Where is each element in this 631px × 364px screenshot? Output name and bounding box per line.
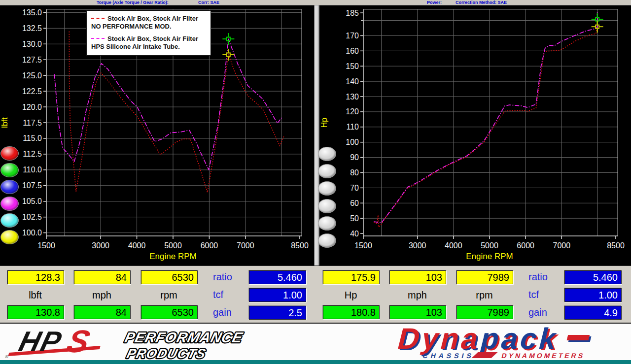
tcf-label-right: tcf — [528, 288, 539, 301]
power-live-rpm: 7989 — [456, 305, 513, 319]
power-peak-rpm: 7989 — [456, 270, 513, 284]
channel-button-red[interactable] — [0, 146, 19, 161]
gain-label-right: gain — [528, 306, 547, 319]
torque-peak-speed: 84 — [74, 270, 131, 284]
series-hps — [374, 12, 597, 223]
legend-stock-line1: Stock Air Box, Stock Air Filter — [107, 15, 198, 22]
y-tick-label: 135.0 — [22, 8, 42, 17]
y-tick-label: 60 — [350, 199, 359, 207]
hps-logo-hp: HP — [16, 326, 66, 357]
y-tick-label: 125.0 — [22, 71, 42, 80]
power-peak-speed: 103 — [389, 270, 446, 284]
x-tick-label: 3000 — [409, 241, 426, 250]
power-correction-label: Correction Method: SAE — [456, 0, 507, 5]
y-tick-label: 110 — [346, 123, 359, 131]
readout-strip: 128.3 84 6530 lbft mph rpm 130.8 84 6530… — [0, 265, 631, 323]
y-tick-label: 120 — [346, 107, 359, 116]
power-chart-title: Power: — [427, 0, 442, 5]
gain-value-right[interactable]: 4.9 — [564, 306, 622, 320]
y-axis-title: lbft — [0, 117, 9, 128]
channel-button-magenta[interactable] — [0, 197, 19, 211]
channel-button-gray-4[interactable] — [318, 199, 336, 213]
legend-stock-line2: NO PERFORMANCE MOD. — [91, 23, 206, 31]
channel-button-gray-5[interactable] — [318, 216, 336, 231]
y-tick-label: 117.5 — [23, 119, 42, 127]
tcf-label-left: tcf — [213, 288, 223, 301]
legend-hps-line2: HPS Silicone Air Intake Tube. — [91, 43, 206, 51]
speed-unit-label-2: mph — [389, 289, 445, 301]
y-tick-label: 122.5 — [22, 87, 42, 96]
legend-entry-hps: Stock Air Box, Stock Air Filter HPS Sili… — [91, 35, 206, 51]
power-peak-value: 175.9 — [323, 270, 380, 284]
y-tick-label: 160 — [346, 47, 359, 55]
speed-unit-label: mph — [74, 289, 130, 301]
ratio-label-left: ratio — [213, 270, 232, 283]
hps-logo-s: S — [64, 324, 94, 359]
x-axis-title: Engine RPM — [466, 252, 513, 261]
channel-button-cyan[interactable] — [0, 213, 19, 228]
y-tick-label: 127.5 — [22, 56, 42, 64]
x-tick-label: 1500 — [37, 241, 55, 250]
y-tick-label: 107.5 — [22, 181, 42, 190]
y-tick-label: 90 — [350, 153, 359, 162]
x-tick-label: 5000 — [164, 241, 182, 250]
torque-peak-rpm: 6530 — [141, 270, 198, 284]
dynapack-chassis-text: CHASSIS — [422, 352, 475, 360]
rpm-unit-label: rpm — [141, 289, 197, 301]
tcf-value-left[interactable]: 1.00 — [249, 288, 306, 302]
x-tick-label: 5000 — [481, 241, 498, 250]
legend-hps-line1: Stock Air Box, Stock Air Filter — [107, 35, 198, 42]
x-tick-label: 4000 — [445, 241, 462, 250]
y-tick-label: 185 — [346, 9, 359, 17]
channel-button-gray-6[interactable] — [318, 233, 336, 248]
gain-value-left[interactable]: 2.5 — [249, 306, 306, 320]
dynapack-dynamometers-text: DYNAMOMETERS — [501, 352, 586, 360]
x-tick-label: 7000 — [237, 241, 254, 250]
channel-button-yellow[interactable] — [0, 230, 19, 244]
y-tick-label: 170 — [346, 32, 359, 40]
channel-button-green[interactable] — [0, 163, 19, 177]
power-live-speed: 103 — [389, 305, 446, 319]
y-tick-label: 100.0 — [22, 229, 42, 237]
bottom-teal-bar — [0, 360, 631, 364]
hps-logo: HP S ® PERFORMANCE PRODUCTS — [2, 324, 316, 360]
power-chart-panel: 1851701601501401301201101009080706050401… — [319, 5, 631, 265]
torque-unit-label: lbft — [7, 289, 63, 301]
gain-label-left: gain — [213, 306, 232, 319]
x-tick-label: 7000 — [553, 241, 570, 250]
logo-strip: HP S ® PERFORMANCE PRODUCTS Dyna Dyna pa… — [0, 323, 631, 360]
rpm-unit-label-2: rpm — [456, 289, 512, 301]
torque-correction-label: Corr: SAE — [198, 0, 219, 5]
dynapack-logo: Dyna Dyna pack pack CHASSIS DYNAMOMETERS — [320, 324, 631, 360]
channel-button-gray-2[interactable] — [318, 164, 336, 178]
y-tick-label: 70 — [350, 184, 359, 192]
tcf-value-right[interactable]: 1.00 — [564, 288, 622, 302]
y-tick-label: 130.0 — [22, 40, 42, 48]
torque-live-value: 130.8 — [7, 305, 64, 319]
ratio-value-right[interactable]: 5.460 — [564, 270, 622, 284]
dyno-app-window: Torque (Axle Torque / Gear Ratio): Corr:… — [0, 0, 631, 364]
channel-button-blue[interactable] — [0, 180, 19, 194]
hps-line-swatch — [91, 38, 105, 39]
y-tick-label: 105.0 — [22, 197, 42, 205]
x-tick-label: 6000 — [517, 241, 534, 250]
x-tick-label: 1500 — [354, 241, 372, 250]
x-tick-label: 4000 — [128, 241, 146, 250]
hps-performance-text: PERFORMANCE — [123, 329, 245, 345]
torque-chart-title: Torque (Axle Torque / Gear Ratio): — [97, 0, 169, 5]
ratio-value-left[interactable]: 5.460 — [249, 270, 306, 284]
y-tick-label: 130 — [346, 93, 359, 101]
series-hps — [54, 39, 282, 170]
y-tick-label: 102.5 — [22, 213, 42, 221]
torque-peak-value: 128.3 — [7, 270, 64, 284]
y-tick-label: 100 — [346, 138, 359, 146]
chart-legend: Stock Air Box, Stock Air Filter NO PERFO… — [86, 10, 211, 56]
torque-live-rpm: 6530 — [141, 305, 198, 319]
torque-chart-panel: 135.0132.5130.0127.5125.0122.5120.0117.5… — [0, 5, 314, 265]
power-chart: 1851701601501401301201101009080706050401… — [319, 5, 631, 265]
x-axis-title: Engine RPM — [149, 252, 196, 261]
hps-products-text: PRODUCTS — [125, 346, 208, 360]
ratio-label-right: ratio — [528, 270, 548, 283]
channel-button-gray-1[interactable] — [318, 147, 336, 161]
y-tick-label: 150 — [346, 62, 359, 70]
